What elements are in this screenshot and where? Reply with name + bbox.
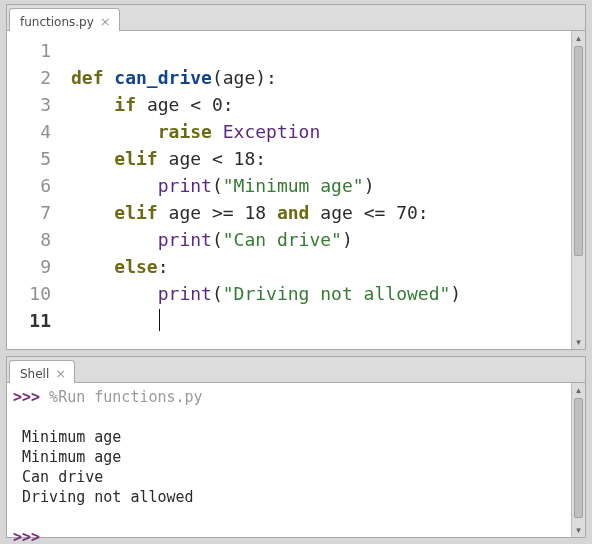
shell-tab[interactable]: Shell × xyxy=(9,360,75,384)
line-number-gutter: 1 2 3 4 5 6 7 8 9 10 11 xyxy=(7,31,65,349)
scroll-thumb[interactable] xyxy=(574,46,583,256)
keyword-raise: raise xyxy=(158,121,212,142)
editor-tabbar: functions.py × xyxy=(7,5,585,31)
shell-output-line: Minimum age xyxy=(22,448,121,466)
builtin-print: print xyxy=(158,175,212,196)
line-number: 3 xyxy=(7,91,51,118)
shell-scrollbar[interactable]: ▴ ▾ xyxy=(571,383,585,537)
scroll-up-icon[interactable]: ▴ xyxy=(572,31,585,45)
line-number: 9 xyxy=(7,253,51,280)
keyword-else: else xyxy=(114,256,157,277)
line-number: 4 xyxy=(7,118,51,145)
line-number: 7 xyxy=(7,199,51,226)
string-literal: "Minimum age" xyxy=(223,175,364,196)
builtin-print: print xyxy=(158,283,212,304)
shell-prompt: >>> xyxy=(13,528,40,544)
builtin-print: print xyxy=(158,229,212,250)
shell-prompt: >>> xyxy=(13,388,40,406)
keyword-elif: elif xyxy=(114,148,157,169)
shell-run-command: %Run functions.py xyxy=(40,388,203,406)
keyword-elif: elif xyxy=(114,202,157,223)
shell-tabbar: Shell × xyxy=(7,357,585,383)
shell-content: >>> %Run functions.py Minimum age Minimu… xyxy=(7,383,585,537)
keyword-if: if xyxy=(114,94,136,115)
line-number: 8 xyxy=(7,226,51,253)
shell-output-line: Driving not allowed xyxy=(22,488,194,506)
close-icon[interactable]: × xyxy=(55,367,66,380)
line-number: 5 xyxy=(7,145,51,172)
code-area[interactable]: def can_drive(age): if age < 0: raise Ex… xyxy=(65,31,571,349)
line-number: 2 xyxy=(7,64,51,91)
editor-tab[interactable]: functions.py × xyxy=(9,8,120,32)
editor-tab-label: functions.py xyxy=(20,15,94,29)
scroll-thumb[interactable] xyxy=(574,398,583,518)
editor-scrollbar[interactable]: ▴ ▾ xyxy=(571,31,585,349)
shell-output-line: Can drive xyxy=(22,468,103,486)
shell-text-area[interactable]: >>> %Run functions.py Minimum age Minimu… xyxy=(7,383,571,537)
shell-pane: Shell × >>> %Run functions.py Minimum ag… xyxy=(6,356,586,538)
scroll-down-icon[interactable]: ▾ xyxy=(572,523,585,537)
editor-content: 1 2 3 4 5 6 7 8 9 10 11 def can_drive(ag… xyxy=(7,31,585,349)
function-name: can_drive xyxy=(114,67,212,88)
string-literal: "Can drive" xyxy=(223,229,342,250)
shell-output-line: Minimum age xyxy=(22,428,121,446)
string-literal: "Driving not allowed" xyxy=(223,283,451,304)
close-icon[interactable]: × xyxy=(100,15,111,28)
scroll-down-icon[interactable]: ▾ xyxy=(572,335,585,349)
scroll-up-icon[interactable]: ▴ xyxy=(572,383,585,397)
line-number-current: 11 xyxy=(7,307,51,334)
editor-pane: functions.py × 1 2 3 4 5 6 7 8 9 10 11 d… xyxy=(6,4,586,350)
keyword-and: and xyxy=(277,202,310,223)
builtin-exception: Exception xyxy=(223,121,321,142)
keyword-def: def xyxy=(71,67,104,88)
shell-tab-label: Shell xyxy=(20,367,49,381)
line-number: 1 xyxy=(7,37,51,64)
text-caret xyxy=(159,309,160,331)
line-number: 6 xyxy=(7,172,51,199)
line-number: 10 xyxy=(7,280,51,307)
